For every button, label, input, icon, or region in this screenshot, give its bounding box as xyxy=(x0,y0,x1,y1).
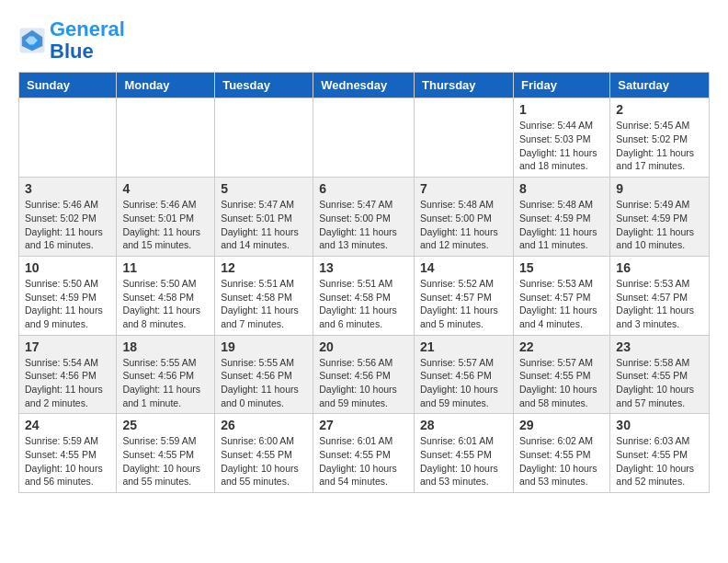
day-number: 21 xyxy=(420,339,507,354)
calendar-cell: 8Sunrise: 5:48 AM Sunset: 4:59 PM Daylig… xyxy=(513,178,609,257)
day-info: Sunrise: 5:57 AM Sunset: 4:56 PM Dayligh… xyxy=(420,356,507,410)
day-number: 13 xyxy=(319,260,408,275)
calendar-cell: 14Sunrise: 5:52 AM Sunset: 4:57 PM Dayli… xyxy=(415,256,514,335)
day-number: 7 xyxy=(420,181,507,196)
calendar-cell: 27Sunrise: 6:01 AM Sunset: 4:55 PM Dayli… xyxy=(313,414,415,493)
day-number: 2 xyxy=(616,102,703,117)
calendar-cell: 21Sunrise: 5:57 AM Sunset: 4:56 PM Dayli… xyxy=(415,335,514,414)
day-number: 3 xyxy=(25,181,110,196)
day-info: Sunrise: 5:53 AM Sunset: 4:57 PM Dayligh… xyxy=(519,277,604,331)
calendar-col-monday: Monday xyxy=(117,73,215,98)
day-number: 25 xyxy=(122,418,209,432)
day-number: 22 xyxy=(519,339,604,354)
calendar-cell: 24Sunrise: 5:59 AM Sunset: 4:55 PM Dayli… xyxy=(19,414,117,493)
day-number: 28 xyxy=(420,418,507,432)
day-number: 26 xyxy=(221,418,307,432)
calendar-cell: 29Sunrise: 6:02 AM Sunset: 4:55 PM Dayli… xyxy=(513,414,609,493)
day-info: Sunrise: 5:47 AM Sunset: 5:01 PM Dayligh… xyxy=(221,198,307,252)
calendar-cell xyxy=(313,98,415,178)
day-number: 27 xyxy=(319,418,408,432)
day-number: 17 xyxy=(25,339,110,354)
day-number: 15 xyxy=(519,260,604,275)
day-number: 24 xyxy=(25,418,110,432)
calendar-week-2: 3Sunrise: 5:46 AM Sunset: 5:02 PM Daylig… xyxy=(19,178,710,257)
calendar-cell: 7Sunrise: 5:48 AM Sunset: 5:00 PM Daylig… xyxy=(415,178,514,257)
day-info: Sunrise: 5:56 AM Sunset: 4:56 PM Dayligh… xyxy=(319,356,408,410)
day-info: Sunrise: 5:45 AM Sunset: 5:02 PM Dayligh… xyxy=(616,119,703,173)
day-number: 4 xyxy=(122,181,209,196)
day-info: Sunrise: 5:59 AM Sunset: 4:55 PM Dayligh… xyxy=(25,434,110,488)
day-info: Sunrise: 5:52 AM Sunset: 4:57 PM Dayligh… xyxy=(420,277,507,331)
calendar-cell: 9Sunrise: 5:49 AM Sunset: 4:59 PM Daylig… xyxy=(610,178,710,257)
day-info: Sunrise: 5:58 AM Sunset: 4:55 PM Dayligh… xyxy=(616,356,703,410)
day-info: Sunrise: 5:46 AM Sunset: 5:02 PM Dayligh… xyxy=(25,198,110,252)
calendar-cell: 2Sunrise: 5:45 AM Sunset: 5:02 PM Daylig… xyxy=(610,98,710,178)
day-number: 9 xyxy=(616,181,703,196)
calendar-cell: 1Sunrise: 5:44 AM Sunset: 5:03 PM Daylig… xyxy=(513,98,609,178)
calendar-cell: 28Sunrise: 6:01 AM Sunset: 4:55 PM Dayli… xyxy=(415,414,514,493)
day-info: Sunrise: 5:57 AM Sunset: 4:55 PM Dayligh… xyxy=(519,356,604,410)
calendar-week-3: 10Sunrise: 5:50 AM Sunset: 4:59 PM Dayli… xyxy=(19,256,710,335)
calendar-cell: 3Sunrise: 5:46 AM Sunset: 5:02 PM Daylig… xyxy=(19,178,117,257)
calendar-cell: 19Sunrise: 5:55 AM Sunset: 4:56 PM Dayli… xyxy=(215,335,313,414)
day-number: 11 xyxy=(122,260,209,275)
day-info: Sunrise: 5:53 AM Sunset: 4:57 PM Dayligh… xyxy=(616,277,703,331)
calendar-cell: 25Sunrise: 5:59 AM Sunset: 4:55 PM Dayli… xyxy=(117,414,215,493)
logo: General Blue xyxy=(18,18,125,63)
day-number: 29 xyxy=(519,418,604,432)
calendar-cell: 18Sunrise: 5:55 AM Sunset: 4:56 PM Dayli… xyxy=(117,335,215,414)
day-info: Sunrise: 5:51 AM Sunset: 4:58 PM Dayligh… xyxy=(221,277,307,331)
calendar-header-row: SundayMondayTuesdayWednesdayThursdayFrid… xyxy=(19,73,710,98)
day-number: 5 xyxy=(221,181,307,196)
logo-icon xyxy=(18,27,46,54)
calendar-cell: 15Sunrise: 5:53 AM Sunset: 4:57 PM Dayli… xyxy=(513,256,609,335)
calendar-cell: 22Sunrise: 5:57 AM Sunset: 4:55 PM Dayli… xyxy=(513,335,609,414)
day-number: 20 xyxy=(319,339,408,354)
calendar-cell: 26Sunrise: 6:00 AM Sunset: 4:55 PM Dayli… xyxy=(215,414,313,493)
day-info: Sunrise: 5:55 AM Sunset: 4:56 PM Dayligh… xyxy=(122,356,209,410)
day-info: Sunrise: 5:54 AM Sunset: 4:56 PM Dayligh… xyxy=(25,356,110,410)
day-info: Sunrise: 5:50 AM Sunset: 4:59 PM Dayligh… xyxy=(25,277,110,331)
day-number: 30 xyxy=(616,418,703,432)
calendar-col-friday: Friday xyxy=(513,73,609,98)
calendar-cell: 5Sunrise: 5:47 AM Sunset: 5:01 PM Daylig… xyxy=(215,178,313,257)
day-info: Sunrise: 5:48 AM Sunset: 5:00 PM Dayligh… xyxy=(420,198,507,252)
day-number: 6 xyxy=(319,181,408,196)
day-info: Sunrise: 5:59 AM Sunset: 4:55 PM Dayligh… xyxy=(122,434,209,488)
calendar-week-1: 1Sunrise: 5:44 AM Sunset: 5:03 PM Daylig… xyxy=(19,98,710,178)
day-info: Sunrise: 6:02 AM Sunset: 4:55 PM Dayligh… xyxy=(519,434,604,488)
day-info: Sunrise: 5:44 AM Sunset: 5:03 PM Dayligh… xyxy=(519,119,604,173)
day-info: Sunrise: 5:49 AM Sunset: 4:59 PM Dayligh… xyxy=(616,198,703,252)
page: General Blue SundayMondayTuesdayWednesda… xyxy=(0,0,728,511)
day-number: 23 xyxy=(616,339,703,354)
day-info: Sunrise: 6:03 AM Sunset: 4:55 PM Dayligh… xyxy=(616,434,703,488)
logo-text: General Blue xyxy=(50,18,125,63)
calendar-cell: 13Sunrise: 5:51 AM Sunset: 4:58 PM Dayli… xyxy=(313,256,415,335)
day-info: Sunrise: 6:00 AM Sunset: 4:55 PM Dayligh… xyxy=(221,434,307,488)
day-number: 1 xyxy=(519,102,604,117)
day-number: 12 xyxy=(221,260,307,275)
day-info: Sunrise: 5:51 AM Sunset: 4:58 PM Dayligh… xyxy=(319,277,408,331)
day-info: Sunrise: 5:46 AM Sunset: 5:01 PM Dayligh… xyxy=(122,198,209,252)
day-number: 16 xyxy=(616,260,703,275)
calendar-col-tuesday: Tuesday xyxy=(215,73,313,98)
day-info: Sunrise: 5:47 AM Sunset: 5:00 PM Dayligh… xyxy=(319,198,408,252)
calendar-cell: 6Sunrise: 5:47 AM Sunset: 5:00 PM Daylig… xyxy=(313,178,415,257)
day-number: 18 xyxy=(122,339,209,354)
calendar-table: SundayMondayTuesdayWednesdayThursdayFrid… xyxy=(18,72,710,493)
calendar-cell: 10Sunrise: 5:50 AM Sunset: 4:59 PM Dayli… xyxy=(19,256,117,335)
calendar-col-saturday: Saturday xyxy=(610,73,710,98)
day-info: Sunrise: 5:50 AM Sunset: 4:58 PM Dayligh… xyxy=(122,277,209,331)
day-number: 8 xyxy=(519,181,604,196)
calendar-week-5: 24Sunrise: 5:59 AM Sunset: 4:55 PM Dayli… xyxy=(19,414,710,493)
calendar-cell: 23Sunrise: 5:58 AM Sunset: 4:55 PM Dayli… xyxy=(610,335,710,414)
day-info: Sunrise: 5:48 AM Sunset: 4:59 PM Dayligh… xyxy=(519,198,604,252)
day-info: Sunrise: 5:55 AM Sunset: 4:56 PM Dayligh… xyxy=(221,356,307,410)
calendar-cell xyxy=(215,98,313,178)
day-info: Sunrise: 6:01 AM Sunset: 4:55 PM Dayligh… xyxy=(319,434,408,488)
calendar-cell xyxy=(117,98,215,178)
calendar-cell: 17Sunrise: 5:54 AM Sunset: 4:56 PM Dayli… xyxy=(19,335,117,414)
day-info: Sunrise: 6:01 AM Sunset: 4:55 PM Dayligh… xyxy=(420,434,507,488)
calendar-cell: 12Sunrise: 5:51 AM Sunset: 4:58 PM Dayli… xyxy=(215,256,313,335)
calendar-cell: 30Sunrise: 6:03 AM Sunset: 4:55 PM Dayli… xyxy=(610,414,710,493)
